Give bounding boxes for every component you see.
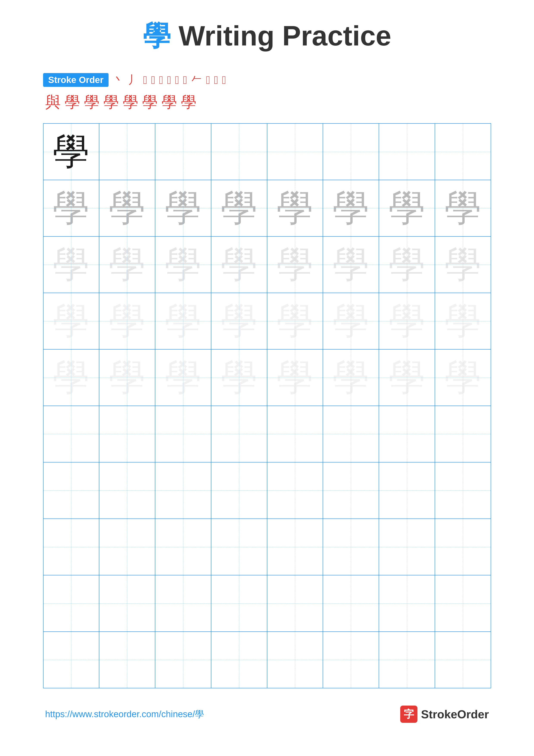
stroke-char-8: 學 <box>181 92 196 113</box>
footer-logo-text: StrokeOrder <box>421 708 489 721</box>
stroke-order-row1: Stroke Order 丶 丿 𠃌 𠄎 𠂎 𠂆 𠂇 𠂈 𠂉 𠂊 𠂋 𠂌 <box>43 72 491 88</box>
grid-cell-1-5[interactable] <box>267 124 323 180</box>
grid-cell-8-2[interactable] <box>99 519 155 575</box>
grid-cell-4-5[interactable]: 學 <box>267 293 323 349</box>
grid-cell-2-5[interactable]: 學 <box>267 180 323 236</box>
grid-cell-7-1[interactable] <box>43 463 99 519</box>
stroke-char-7: 學 <box>162 92 177 113</box>
grid-cell-2-1[interactable]: 學 <box>43 180 99 236</box>
grid-cell-5-8[interactable]: 學 <box>435 350 491 406</box>
footer-url[interactable]: https://www.strokeorder.com/chinese/學 <box>45 708 204 720</box>
grid-cell-5-6[interactable]: 學 <box>323 350 379 406</box>
grid-cell-3-8[interactable]: 學 <box>435 237 491 293</box>
stroke-char-2: 學 <box>64 92 80 113</box>
grid-cell-4-1[interactable]: 學 <box>43 293 99 349</box>
grid-cell-9-5[interactable] <box>267 576 323 632</box>
grid-cell-8-8[interactable] <box>435 519 491 575</box>
grid-cell-5-1[interactable]: 學 <box>43 350 99 406</box>
grid-cell-5-5[interactable]: 學 <box>267 350 323 406</box>
grid-cell-6-5[interactable] <box>267 406 323 462</box>
grid-cell-9-8[interactable] <box>435 576 491 632</box>
grid-cell-2-4[interactable]: 學 <box>211 180 267 236</box>
grid-cell-4-7[interactable]: 學 <box>379 293 435 349</box>
grid-cell-1-3[interactable] <box>155 124 211 180</box>
grid-cell-8-3[interactable] <box>155 519 211 575</box>
grid-cell-3-1[interactable]: 學 <box>43 237 99 293</box>
title-section: 學 Writing Practice <box>43 17 491 55</box>
page-container: 學 Writing Practice Stroke Order 丶 丿 𠃌 𠄎 … <box>30 0 504 740</box>
grid-cell-7-2[interactable] <box>99 463 155 519</box>
grid-row-6 <box>43 406 491 463</box>
grid-cell-8-6[interactable] <box>323 519 379 575</box>
grid-cell-3-7[interactable]: 學 <box>379 237 435 293</box>
footer-logo-icon: 字 <box>400 706 418 723</box>
grid-cell-1-6[interactable] <box>323 124 379 180</box>
grid-cell-7-5[interactable] <box>267 463 323 519</box>
grid-row-4: 學 學 學 學 學 學 學 學 <box>43 293 491 350</box>
grid-cell-7-4[interactable] <box>211 463 267 519</box>
grid-cell-2-6[interactable]: 學 <box>323 180 379 236</box>
title-char: 學 <box>143 20 171 51</box>
grid-cell-2-7[interactable]: 學 <box>379 180 435 236</box>
grid-cell-4-8[interactable]: 學 <box>435 293 491 349</box>
grid-cell-3-5[interactable]: 學 <box>267 237 323 293</box>
grid-row-5: 學 學 學 學 學 學 學 學 <box>43 350 491 406</box>
grid-cell-6-8[interactable] <box>435 406 491 462</box>
grid-cell-1-7[interactable] <box>379 124 435 180</box>
grid-cell-9-1[interactable] <box>43 576 99 632</box>
grid-cell-10-2[interactable] <box>99 632 155 688</box>
grid-cell-10-4[interactable] <box>211 632 267 688</box>
grid-cell-3-6[interactable]: 學 <box>323 237 379 293</box>
grid-cell-9-7[interactable] <box>379 576 435 632</box>
grid-cell-8-1[interactable] <box>43 519 99 575</box>
grid-cell-3-3[interactable]: 學 <box>155 237 211 293</box>
grid-cell-10-5[interactable] <box>267 632 323 688</box>
grid-cell-5-3[interactable]: 學 <box>155 350 211 406</box>
grid-cell-6-2[interactable] <box>99 406 155 462</box>
grid-cell-7-3[interactable] <box>155 463 211 519</box>
grid-cell-9-3[interactable] <box>155 576 211 632</box>
grid-cell-1-8[interactable] <box>435 124 491 180</box>
grid-cell-2-3[interactable]: 學 <box>155 180 211 236</box>
stroke-order-badge: Stroke Order <box>43 73 109 87</box>
grid-cell-2-2[interactable]: 學 <box>99 180 155 236</box>
stroke-step-8: 𠂈 <box>183 74 187 86</box>
grid-cell-6-3[interactable] <box>155 406 211 462</box>
grid-cell-6-4[interactable] <box>211 406 267 462</box>
grid-cell-8-4[interactable] <box>211 519 267 575</box>
grid-cell-6-1[interactable] <box>43 406 99 462</box>
grid-cell-3-2[interactable]: 學 <box>99 237 155 293</box>
stroke-step-11: 𠂋 <box>214 74 218 86</box>
grid-cell-9-6[interactable] <box>323 576 379 632</box>
grid-row-2: 學 學 學 學 學 學 學 學 <box>43 180 491 237</box>
grid-cell-8-5[interactable] <box>267 519 323 575</box>
grid-cell-8-7[interactable] <box>379 519 435 575</box>
grid-cell-7-6[interactable] <box>323 463 379 519</box>
grid-cell-1-4[interactable] <box>211 124 267 180</box>
grid-cell-7-8[interactable] <box>435 463 491 519</box>
stroke-step-4: 𠄎 <box>151 74 155 86</box>
grid-cell-9-4[interactable] <box>211 576 267 632</box>
grid-cell-6-6[interactable] <box>323 406 379 462</box>
grid-cell-3-4[interactable]: 學 <box>211 237 267 293</box>
grid-cell-10-1[interactable] <box>43 632 99 688</box>
grid-cell-7-7[interactable] <box>379 463 435 519</box>
grid-cell-1-2[interactable] <box>99 124 155 180</box>
footer-logo: 字 StrokeOrder <box>400 706 489 723</box>
grid-cell-4-2[interactable]: 學 <box>99 293 155 349</box>
grid-cell-10-6[interactable] <box>323 632 379 688</box>
grid-cell-4-3[interactable]: 學 <box>155 293 211 349</box>
grid-cell-10-8[interactable] <box>435 632 491 688</box>
grid-cell-5-4[interactable]: 學 <box>211 350 267 406</box>
grid-cell-2-8[interactable]: 學 <box>435 180 491 236</box>
grid-cell-9-2[interactable] <box>99 576 155 632</box>
grid-cell-1-1[interactable]: 學 <box>43 124 99 180</box>
grid-cell-6-7[interactable] <box>379 406 435 462</box>
grid-cell-4-6[interactable]: 學 <box>323 293 379 349</box>
grid-cell-10-3[interactable] <box>155 632 211 688</box>
stroke-order-section: Stroke Order 丶 丿 𠃌 𠄎 𠂎 𠂆 𠂇 𠂈 𠂉 𠂊 𠂋 𠂌 與 學… <box>43 72 491 113</box>
grid-cell-10-7[interactable] <box>379 632 435 688</box>
grid-cell-5-2[interactable]: 學 <box>99 350 155 406</box>
grid-cell-4-4[interactable]: 學 <box>211 293 267 349</box>
grid-cell-5-7[interactable]: 學 <box>379 350 435 406</box>
